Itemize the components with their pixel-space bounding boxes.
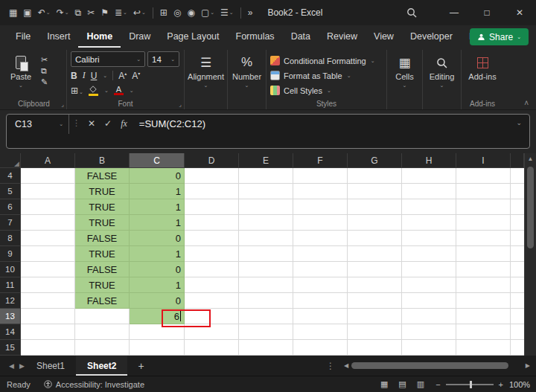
cell-partial-8[interactable] <box>511 231 524 246</box>
cell-B10[interactable]: FALSE <box>75 262 130 277</box>
font-dialog-launcher-icon[interactable]: ⌟ <box>179 101 182 108</box>
cell-C4[interactable]: 0 <box>130 168 185 184</box>
cell-F8[interactable] <box>293 231 348 246</box>
cell-I5[interactable] <box>456 184 511 199</box>
column-header-partial[interactable] <box>511 153 524 168</box>
cell-F12[interactable] <box>293 293 348 309</box>
cell-B4[interactable]: FALSE <box>75 168 130 184</box>
cell-F6[interactable] <box>293 199 348 215</box>
cell-D5[interactable] <box>185 184 239 199</box>
cell-F9[interactable] <box>293 246 348 262</box>
cell-E10[interactable] <box>239 262 293 277</box>
sheet-nav-right-icon[interactable]: ▶ <box>15 362 29 370</box>
vertical-scroll-thumb[interactable] <box>527 167 534 248</box>
cell-F11[interactable] <box>293 277 348 293</box>
cell-B5[interactable]: TRUE <box>75 184 130 199</box>
cell-B8[interactable]: FALSE <box>75 231 130 246</box>
name-box[interactable]: C13 ⌄ <box>7 115 69 134</box>
alignment-button[interactable]: ☰ Alignment ⌄ <box>188 51 223 89</box>
cell-G13[interactable] <box>348 309 402 324</box>
save-icon[interactable]: ▣ <box>20 4 34 22</box>
cell-A4[interactable] <box>21 168 75 184</box>
accessibility-status[interactable]: Accessibility: Investigate <box>37 380 151 389</box>
font-size-select[interactable]: 14 ⌄ <box>147 51 179 67</box>
cell-F14[interactable] <box>293 324 348 340</box>
cell-G15[interactable] <box>348 340 402 356</box>
format-as-table-button[interactable]: Format as Table ⌄ <box>270 68 375 83</box>
cell-G8[interactable] <box>348 231 402 246</box>
cell-I7[interactable] <box>456 215 511 231</box>
cell-styles-button[interactable]: Cell Styles ⌄ <box>270 83 375 97</box>
addins-button[interactable]: Add-ins <box>465 51 500 81</box>
row-header-9[interactable]: 9 <box>0 246 21 262</box>
row-header-6[interactable]: 6 <box>0 199 21 215</box>
row-header-15[interactable]: 15 <box>0 340 21 356</box>
copy-icon[interactable]: ⧉ <box>41 67 48 75</box>
sheet-tab-sheet1[interactable]: Sheet1 <box>25 356 76 376</box>
more-commands-icon[interactable]: » <box>245 4 256 22</box>
zoom-slider[interactable] <box>446 384 494 385</box>
formula-bar-drag-handle[interactable]: ⋮ <box>69 115 83 128</box>
cell-A12[interactable] <box>21 293 75 309</box>
cell-E11[interactable] <box>239 277 293 293</box>
cell-C10[interactable]: 0 <box>130 262 185 277</box>
column-header-c[interactable]: C <box>130 153 185 168</box>
cell-A10[interactable] <box>21 262 75 277</box>
cut-icon[interactable]: ✂ <box>84 4 98 22</box>
cell-I8[interactable] <box>456 231 511 246</box>
cut-icon[interactable]: ✂ <box>41 56 48 64</box>
cell-C7[interactable]: 1 <box>130 215 185 231</box>
cell-I4[interactable] <box>456 168 511 184</box>
zoom-out-button[interactable]: − <box>436 380 440 389</box>
cell-I11[interactable] <box>456 277 511 293</box>
font-color-button[interactable]: A <box>114 86 124 95</box>
row-header-12[interactable]: 12 <box>0 293 21 309</box>
conditional-formatting-button[interactable]: Conditional Formatting ⌄ <box>270 54 375 68</box>
cell-F15[interactable] <box>293 340 348 356</box>
cell-H14[interactable] <box>402 324 456 340</box>
cell-G9[interactable] <box>348 246 402 262</box>
cell-H6[interactable] <box>402 199 456 215</box>
cell-partial-7[interactable] <box>511 215 524 231</box>
cell-D10[interactable] <box>185 262 239 277</box>
cell-H5[interactable] <box>402 184 456 199</box>
cell-partial-10[interactable] <box>511 262 524 277</box>
column-header-d[interactable]: D <box>185 153 239 168</box>
cell-B9[interactable]: TRUE <box>75 246 130 262</box>
cell-partial-9[interactable] <box>511 246 524 262</box>
zoom-slider-thumb[interactable] <box>470 381 472 388</box>
formula-input[interactable]: =SUM(C2:C12) <box>132 115 205 129</box>
tab-insert[interactable]: Insert <box>39 25 78 48</box>
tab-data[interactable]: Data <box>283 25 319 48</box>
horizontal-scroll-thumb[interactable] <box>351 362 508 369</box>
cell-C11[interactable]: 1 <box>130 277 185 293</box>
cell-D9[interactable] <box>185 246 239 262</box>
cell-E12[interactable] <box>239 293 293 309</box>
cell-G10[interactable] <box>348 262 402 277</box>
book-icon[interactable]: ☰⌄ <box>217 4 237 22</box>
editing-button[interactable]: Editing ⌄ <box>427 51 457 89</box>
undo-icon[interactable]: ↶⌄ <box>35 4 54 22</box>
share-button[interactable]: Share ⌄ <box>470 28 529 45</box>
minimize-button[interactable]: — <box>438 0 470 25</box>
row-header-5[interactable]: 5 <box>0 184 21 199</box>
cell-G7[interactable] <box>348 215 402 231</box>
tab-view[interactable]: View <box>366 25 402 48</box>
cell-partial-13[interactable] <box>511 309 524 324</box>
borders-button[interactable]: ⊞⌄ <box>71 86 83 96</box>
cell-E5[interactable] <box>239 184 293 199</box>
decrease-font-button[interactable]: A▾ <box>132 71 140 81</box>
cell-partial-14[interactable] <box>511 324 524 340</box>
cell-B12[interactable]: FALSE <box>75 293 130 309</box>
cell-G12[interactable] <box>348 293 402 309</box>
cell-E8[interactable] <box>239 231 293 246</box>
copy-icon[interactable]: ⧉ <box>72 4 85 22</box>
cell-H13[interactable] <box>402 309 456 324</box>
row-header-14[interactable]: 14 <box>0 324 21 340</box>
cell-C15[interactable] <box>130 340 185 356</box>
cell-E6[interactable] <box>239 199 293 215</box>
cell-E9[interactable] <box>239 246 293 262</box>
cell-E4[interactable] <box>239 168 293 184</box>
redo-icon[interactable]: ↷⌄ <box>54 4 72 22</box>
cell-G6[interactable] <box>348 199 402 215</box>
